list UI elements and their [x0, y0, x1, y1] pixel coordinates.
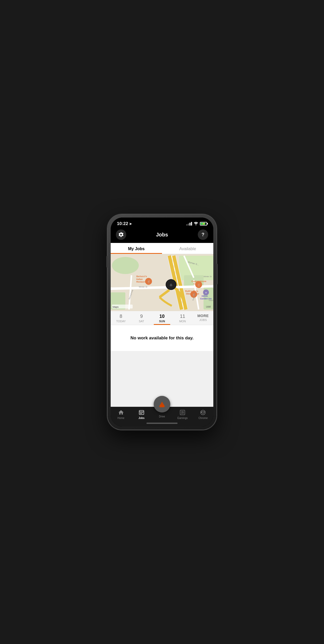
- svg-text:Winter St: Winter St: [203, 275, 212, 278]
- date-item-sun[interactable]: 10 SUN: [152, 311, 172, 325]
- chrome-icon: [200, 409, 206, 416]
- help-label: ?: [202, 232, 205, 237]
- status-icons: ⚡: [186, 222, 207, 226]
- svg-point-2: [112, 257, 139, 274]
- location-arrow-icon: ➤: [129, 222, 132, 226]
- nav-item-jobs[interactable]: Jobs: [131, 409, 152, 419]
- svg-text:Totten Po...: Totten Po...: [208, 299, 213, 302]
- battery-icon: ⚡: [200, 222, 207, 226]
- nav-item-earnings[interactable]: $ Earnings: [172, 409, 193, 419]
- map-view[interactable]: 🍴 Bertucci's Italian Restaurant 🍴 Copper…: [111, 254, 213, 311]
- nav-item-chrome[interactable]: Chrome: [193, 409, 213, 419]
- date-item-mon[interactable]: 11 MON: [172, 311, 193, 325]
- nav-item-home[interactable]: Home: [111, 409, 131, 419]
- svg-text:⌂: ⌂: [170, 282, 172, 287]
- nav-label-drive: Drive: [159, 415, 165, 418]
- map-svg: 🍴 Bertucci's Italian Restaurant 🍴 Copper…: [111, 254, 213, 311]
- svg-rect-51: [141, 413, 142, 414]
- phone-frame: 10:22 ➤: [108, 214, 216, 430]
- no-work-message: No work available for this day.: [116, 335, 208, 341]
- svg-rect-53: [160, 405, 164, 407]
- nav-item-drive[interactable]: Drive: [152, 403, 172, 418]
- jobs-icon: [138, 409, 145, 416]
- svg-text:Steak House: Steak House: [186, 292, 199, 295]
- nav-label-chrome: Chrome: [199, 417, 208, 419]
- drive-icon: [157, 399, 167, 409]
- svg-text:Legal: Legal: [206, 305, 211, 307]
- status-time: 10:22 ➤: [117, 221, 132, 226]
- drive-center-button[interactable]: [154, 396, 170, 412]
- date-item-more[interactable]: MORE JOBS: [193, 311, 213, 325]
- svg-text:Restaurant: Restaurant: [136, 281, 148, 283]
- app-header: Jobs ?: [111, 228, 213, 243]
- tab-available[interactable]: Available: [162, 243, 213, 254]
- bottom-nav: Home Jobs: [111, 407, 213, 421]
- svg-point-60: [202, 411, 204, 414]
- svg-text:Hilton: Hilton: [202, 295, 208, 297]
- svg-text:Italian: Italian: [136, 278, 143, 281]
- svg-text:Ruth's Chris: Ruth's Chris: [185, 290, 198, 292]
- wifi-icon: [194, 222, 198, 226]
- home-bar: [146, 423, 178, 424]
- time-display: 10:22: [117, 221, 128, 226]
- svg-rect-47: [140, 412, 141, 413]
- home-icon: [118, 409, 124, 416]
- help-button[interactable]: ?: [198, 229, 208, 240]
- page-title: Jobs: [156, 232, 168, 238]
- nav-label-home: Home: [117, 417, 124, 419]
- app-screen: 10:22 ➤: [111, 218, 213, 426]
- dynamic-island: [146, 221, 178, 229]
- main-content: My Jobs Available: [111, 243, 213, 407]
- earnings-icon: $: [179, 409, 186, 416]
- date-selector: 8 TODAY 9 SAT 10 SUN 11 MON: [111, 311, 213, 325]
- settings-button[interactable]: [116, 229, 126, 240]
- tab-my-jobs[interactable]: My Jobs: [111, 243, 162, 254]
- tab-bar: My Jobs Available: [111, 243, 213, 254]
- svg-text:$: $: [183, 412, 184, 414]
- svg-text:H: H: [205, 291, 207, 294]
- svg-text:Copper House: Copper House: [191, 280, 206, 283]
- svg-rect-48: [141, 412, 142, 413]
- svg-point-0: [196, 225, 196, 225]
- nav-label-earnings: Earnings: [177, 417, 187, 419]
- svg-text:Maps: Maps: [113, 305, 119, 308]
- svg-rect-50: [140, 413, 141, 414]
- date-item-sat[interactable]: 9 SAT: [131, 311, 152, 325]
- home-indicator: [111, 421, 213, 426]
- gear-icon: [118, 232, 124, 237]
- phone-screen: 10:22 ➤: [111, 218, 213, 426]
- no-work-section: No work available for this day.: [111, 325, 213, 351]
- svg-text:Tavern: Tavern: [193, 283, 200, 285]
- signal-icon: [186, 222, 192, 226]
- svg-text:Bertucci's: Bertucci's: [136, 275, 147, 278]
- nav-label-jobs: Jobs: [138, 417, 144, 419]
- date-item-today[interactable]: 8 TODAY: [111, 311, 131, 325]
- svg-rect-49: [142, 412, 143, 413]
- svg-text:Winter St: Winter St: [139, 286, 147, 288]
